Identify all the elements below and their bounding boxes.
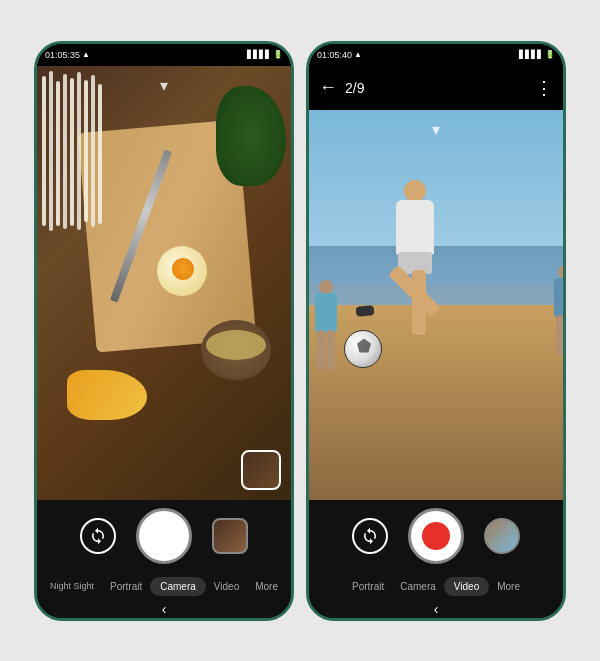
food-scene: [37, 66, 291, 500]
mode-more[interactable]: More: [247, 577, 286, 596]
flip-camera-button-2[interactable]: [352, 518, 388, 554]
video-controls: [309, 508, 563, 564]
signal-bars-1: ▋▋▋▋: [247, 50, 271, 59]
phone-2: 01:05:40 ▲ ▋▋▋▋ 🔋 ← 2/9 ⋮: [306, 41, 566, 621]
back-arrow-button[interactable]: ←: [319, 77, 337, 98]
mode-portrait[interactable]: Portrait: [102, 577, 150, 596]
record-dot: [422, 522, 450, 550]
status-left-1: 01:05:35 ▲: [45, 50, 90, 60]
shutter-button[interactable]: [136, 508, 192, 564]
video-bottom: Portrait Camera Video More: [309, 500, 563, 600]
photo-counter: 2/9: [345, 80, 527, 96]
battery-icon-1: 🔋: [273, 50, 283, 59]
more-menu-button[interactable]: ⋮: [535, 77, 553, 99]
camera-modes-1: Night Sight Portrait Camera Video More: [37, 577, 291, 596]
photo-thumbnail-1[interactable]: [241, 450, 281, 490]
signal-icon-2: ▲: [354, 50, 362, 59]
nav-bar-1: ‹: [37, 600, 291, 618]
nav-bar-2: ‹: [309, 600, 563, 618]
record-button[interactable]: [408, 508, 464, 564]
flip-icon: [89, 527, 107, 545]
soccer-ball: [344, 330, 382, 368]
nav-back-2[interactable]: ‹: [434, 601, 439, 617]
phone-1: 01:05:35 ▲ ▋▋▋▋ 🔋: [34, 41, 294, 621]
player-shoe: [356, 305, 375, 317]
noodles-area: [37, 66, 109, 500]
mode-more-2[interactable]: More: [489, 577, 528, 596]
signal-icon-1: ▲: [82, 50, 90, 59]
sand: [309, 305, 563, 500]
beach-scene: [309, 110, 563, 500]
phones-container: 01:05:35 ▲ ▋▋▋▋ 🔋: [24, 31, 576, 631]
mode-video-active[interactable]: Video: [444, 577, 489, 596]
camera-bottom-1: Night Sight Portrait Camera Video More: [37, 500, 291, 600]
gallery-thumbnail-2[interactable]: [484, 518, 520, 554]
player-head: [404, 180, 426, 202]
photo-top-bar: ← 2/9 ⋮: [309, 66, 563, 110]
chevron-down-1: ▾: [160, 76, 168, 95]
flip-icon-2: [361, 527, 379, 545]
battery-icon-2: 🔋: [545, 50, 555, 59]
mode-night-sight[interactable]: Night Sight: [42, 577, 102, 595]
nav-back-1[interactable]: ‹: [162, 601, 167, 617]
viewfinder-1: ▾: [37, 66, 291, 500]
status-bar-1: 01:05:35 ▲ ▋▋▋▋ 🔋: [37, 44, 291, 66]
status-bar-2: 01:05:40 ▲ ▋▋▋▋ 🔋: [309, 44, 563, 66]
egg-yolk: [172, 258, 194, 280]
greens: [216, 86, 286, 186]
player-shirt: [396, 200, 434, 255]
camera-modes-2: Portrait Camera Video More: [309, 577, 563, 596]
signal-bars-2: ▋▋▋▋: [519, 50, 543, 59]
camera-controls-1: [37, 508, 291, 564]
status-right-1: ▋▋▋▋ 🔋: [247, 50, 283, 59]
mode-camera-active[interactable]: Camera: [150, 577, 206, 596]
viewfinder-2: ▾: [309, 110, 563, 500]
status-time-2: 01:05:40: [317, 50, 352, 60]
mode-portrait-2[interactable]: Portrait: [344, 577, 392, 596]
flip-camera-button[interactable]: [80, 518, 116, 554]
status-right-2: ▋▋▋▋ 🔋: [519, 50, 555, 59]
egg: [157, 246, 207, 296]
status-left-2: 01:05:40 ▲: [317, 50, 362, 60]
status-time-1: 01:05:35: [45, 50, 80, 60]
chevron-down-2: ▾: [432, 120, 440, 139]
gallery-thumbnail[interactable]: [212, 518, 248, 554]
grain-top: [206, 330, 266, 360]
mode-camera-2[interactable]: Camera: [392, 577, 444, 596]
mode-video[interactable]: Video: [206, 577, 247, 596]
